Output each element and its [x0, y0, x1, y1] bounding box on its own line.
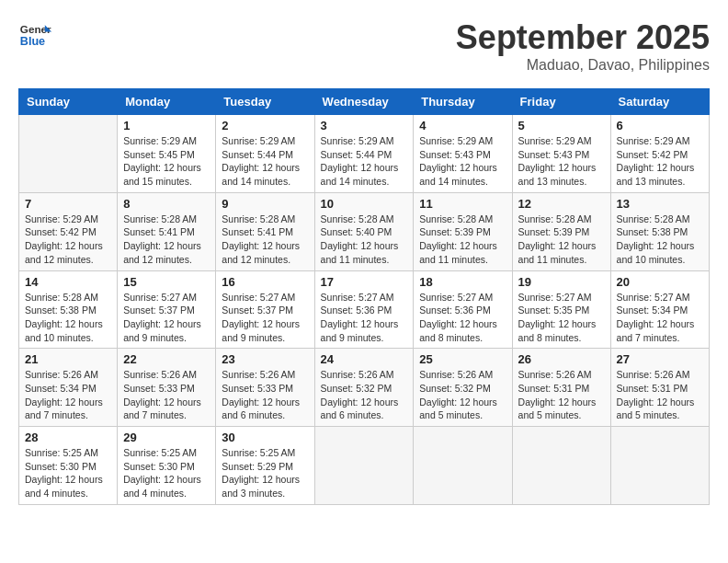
day-number: 23 — [222, 352, 308, 366]
title-section: September 2025 Maduao, Davao, Philippine… — [456, 18, 710, 74]
day-info: Sunrise: 5:25 AM Sunset: 5:29 PM Dayligh… — [222, 446, 308, 500]
day-info: Sunrise: 5:27 AM Sunset: 5:37 PM Dayligh… — [222, 291, 308, 345]
calendar-cell: 3Sunrise: 5:29 AM Sunset: 5:44 PM Daylig… — [314, 115, 414, 193]
day-number: 27 — [617, 352, 703, 366]
day-number: 6 — [617, 119, 703, 132]
calendar-cell: 1Sunrise: 5:29 AM Sunset: 5:45 PM Daylig… — [118, 115, 216, 193]
calendar-cell: 4Sunrise: 5:29 AM Sunset: 5:43 PM Daylig… — [414, 115, 512, 193]
day-number: 4 — [419, 119, 506, 132]
day-number: 1 — [123, 119, 210, 132]
day-info: Sunrise: 5:26 AM Sunset: 5:33 PM Dayligh… — [123, 368, 210, 422]
calendar-cell — [19, 115, 118, 193]
calendar-cell: 19Sunrise: 5:27 AM Sunset: 5:35 PM Dayli… — [512, 270, 610, 349]
calendar-cell: 8Sunrise: 5:28 AM Sunset: 5:41 PM Daylig… — [118, 192, 216, 270]
weekday-tuesday: Tuesday — [216, 89, 314, 115]
calendar-cell: 5Sunrise: 5:29 AM Sunset: 5:43 PM Daylig… — [512, 115, 610, 193]
weekday-sunday: Sunday — [19, 89, 118, 115]
day-info: Sunrise: 5:28 AM Sunset: 5:39 PM Dayligh… — [419, 213, 506, 267]
calendar-cell: 22Sunrise: 5:26 AM Sunset: 5:33 PM Dayli… — [118, 349, 216, 427]
calendar-cell: 18Sunrise: 5:27 AM Sunset: 5:36 PM Dayli… — [414, 270, 512, 349]
calendar-cell — [610, 427, 709, 505]
svg-text:Blue: Blue — [20, 35, 45, 48]
day-number: 21 — [25, 352, 111, 366]
day-info: Sunrise: 5:26 AM Sunset: 5:34 PM Dayligh… — [25, 368, 111, 422]
calendar-cell — [414, 427, 512, 505]
calendar-cell: 30Sunrise: 5:25 AM Sunset: 5:29 PM Dayli… — [216, 427, 314, 505]
day-info: Sunrise: 5:27 AM Sunset: 5:36 PM Dayligh… — [419, 291, 506, 345]
week-row-2: 7Sunrise: 5:29 AM Sunset: 5:42 PM Daylig… — [19, 192, 710, 270]
calendar-cell: 12Sunrise: 5:28 AM Sunset: 5:39 PM Dayli… — [512, 192, 610, 270]
day-number: 18 — [419, 275, 506, 289]
calendar-table: SundayMondayTuesdayWednesdayThursdayFrid… — [18, 88, 710, 505]
calendar-cell — [512, 427, 610, 505]
day-number: 26 — [518, 352, 605, 366]
calendar-cell: 13Sunrise: 5:28 AM Sunset: 5:38 PM Dayli… — [610, 192, 709, 270]
day-number: 22 — [123, 352, 210, 366]
day-number: 10 — [321, 197, 408, 211]
day-number: 17 — [321, 275, 408, 289]
day-info: Sunrise: 5:26 AM Sunset: 5:32 PM Dayligh… — [321, 368, 408, 422]
weekday-header-row: SundayMondayTuesdayWednesdayThursdayFrid… — [19, 89, 710, 115]
day-info: Sunrise: 5:29 AM Sunset: 5:43 PM Dayligh… — [419, 134, 506, 189]
calendar-cell: 16Sunrise: 5:27 AM Sunset: 5:37 PM Dayli… — [216, 270, 314, 349]
day-info: Sunrise: 5:28 AM Sunset: 5:38 PM Dayligh… — [25, 291, 111, 345]
calendar-cell: 11Sunrise: 5:28 AM Sunset: 5:39 PM Dayli… — [414, 192, 512, 270]
day-info: Sunrise: 5:29 AM Sunset: 5:44 PM Dayligh… — [222, 134, 308, 189]
day-info: Sunrise: 5:26 AM Sunset: 5:31 PM Dayligh… — [617, 368, 703, 422]
day-number: 9 — [222, 197, 308, 211]
day-info: Sunrise: 5:28 AM Sunset: 5:41 PM Dayligh… — [123, 213, 210, 267]
day-info: Sunrise: 5:29 AM Sunset: 5:45 PM Dayligh… — [123, 134, 210, 189]
day-number: 16 — [222, 275, 308, 289]
day-number: 8 — [123, 197, 210, 211]
day-info: Sunrise: 5:29 AM Sunset: 5:42 PM Dayligh… — [25, 213, 111, 267]
day-info: Sunrise: 5:27 AM Sunset: 5:34 PM Dayligh… — [617, 291, 703, 345]
day-number: 28 — [25, 431, 111, 444]
calendar-cell: 6Sunrise: 5:29 AM Sunset: 5:42 PM Daylig… — [610, 115, 709, 193]
day-info: Sunrise: 5:27 AM Sunset: 5:37 PM Dayligh… — [123, 291, 210, 345]
day-number: 29 — [123, 431, 210, 444]
calendar-cell: 28Sunrise: 5:25 AM Sunset: 5:30 PM Dayli… — [19, 427, 118, 505]
day-info: Sunrise: 5:28 AM Sunset: 5:39 PM Dayligh… — [518, 213, 605, 267]
calendar-cell: 25Sunrise: 5:26 AM Sunset: 5:32 PM Dayli… — [414, 349, 512, 427]
day-number: 3 — [321, 119, 408, 132]
week-row-3: 14Sunrise: 5:28 AM Sunset: 5:38 PM Dayli… — [19, 270, 710, 349]
location-title: Maduao, Davao, Philippines — [456, 57, 710, 74]
month-title: September 2025 — [456, 18, 710, 57]
day-info: Sunrise: 5:25 AM Sunset: 5:30 PM Dayligh… — [25, 446, 111, 500]
day-number: 30 — [222, 431, 308, 444]
day-number: 13 — [617, 197, 703, 211]
calendar-cell: 14Sunrise: 5:28 AM Sunset: 5:38 PM Dayli… — [19, 270, 118, 349]
day-number: 2 — [222, 119, 308, 132]
day-info: Sunrise: 5:25 AM Sunset: 5:30 PM Dayligh… — [123, 446, 210, 500]
day-info: Sunrise: 5:28 AM Sunset: 5:38 PM Dayligh… — [617, 213, 703, 267]
day-number: 14 — [25, 275, 111, 289]
day-number: 7 — [25, 197, 111, 211]
week-row-5: 28Sunrise: 5:25 AM Sunset: 5:30 PM Dayli… — [19, 427, 710, 505]
day-info: Sunrise: 5:29 AM Sunset: 5:42 PM Dayligh… — [617, 134, 703, 189]
day-info: Sunrise: 5:26 AM Sunset: 5:31 PM Dayligh… — [518, 368, 605, 422]
day-info: Sunrise: 5:26 AM Sunset: 5:32 PM Dayligh… — [419, 368, 506, 422]
calendar-cell: 20Sunrise: 5:27 AM Sunset: 5:34 PM Dayli… — [610, 270, 709, 349]
calendar-cell: 26Sunrise: 5:26 AM Sunset: 5:31 PM Dayli… — [512, 349, 610, 427]
calendar-cell: 17Sunrise: 5:27 AM Sunset: 5:36 PM Dayli… — [314, 270, 414, 349]
day-number: 15 — [123, 275, 210, 289]
calendar-cell: 24Sunrise: 5:26 AM Sunset: 5:32 PM Dayli… — [314, 349, 414, 427]
calendar-cell: 23Sunrise: 5:26 AM Sunset: 5:33 PM Dayli… — [216, 349, 314, 427]
calendar-cell: 29Sunrise: 5:25 AM Sunset: 5:30 PM Dayli… — [118, 427, 216, 505]
weekday-monday: Monday — [118, 89, 216, 115]
day-number: 19 — [518, 275, 605, 289]
calendar-cell: 15Sunrise: 5:27 AM Sunset: 5:37 PM Dayli… — [118, 270, 216, 349]
calendar-cell: 7Sunrise: 5:29 AM Sunset: 5:42 PM Daylig… — [19, 192, 118, 270]
day-info: Sunrise: 5:27 AM Sunset: 5:35 PM Dayligh… — [518, 291, 605, 345]
calendar-cell: 9Sunrise: 5:28 AM Sunset: 5:41 PM Daylig… — [216, 192, 314, 270]
day-number: 11 — [419, 197, 506, 211]
weekday-saturday: Saturday — [610, 89, 709, 115]
calendar-cell: 21Sunrise: 5:26 AM Sunset: 5:34 PM Dayli… — [19, 349, 118, 427]
page-header: General Blue September 2025 Maduao, Dava… — [18, 18, 710, 74]
day-info: Sunrise: 5:28 AM Sunset: 5:41 PM Dayligh… — [222, 213, 308, 267]
day-info: Sunrise: 5:29 AM Sunset: 5:43 PM Dayligh… — [518, 134, 605, 189]
day-number: 20 — [617, 275, 703, 289]
day-info: Sunrise: 5:29 AM Sunset: 5:44 PM Dayligh… — [321, 134, 408, 189]
calendar-cell: 10Sunrise: 5:28 AM Sunset: 5:40 PM Dayli… — [314, 192, 414, 270]
day-number: 25 — [419, 352, 506, 366]
